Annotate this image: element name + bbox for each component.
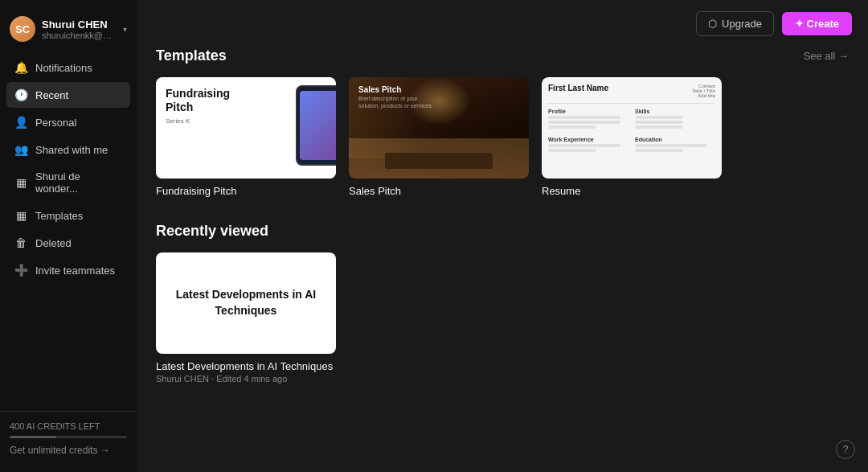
person-icon: 👤 — [14, 116, 27, 129]
template-card-sales[interactable]: Sales Pitch Brief description of your so… — [349, 77, 529, 197]
user-menu[interactable]: SC Shurui CHEN shuruichenkk@gmail.co... … — [0, 10, 137, 55]
template-card-name: Resume — [542, 185, 722, 197]
template-thumb-fundraising: FundraisingPitch Series K — [156, 77, 336, 179]
templates-section-title: Templates — [156, 47, 227, 64]
sidebar-item-label: Shurui de wonder... — [35, 170, 122, 195]
recent-card-thumb-text: Latest Developments in AI Techniques — [156, 274, 336, 331]
fundraising-phone-visual — [296, 85, 336, 166]
ai-credits-section: 400 AI CREDITS LEFT Get unlimited credit… — [0, 411, 137, 462]
recent-cards: Latest Developments in AI Techniques Lat… — [156, 252, 849, 384]
add-person-icon: ➕ — [14, 264, 27, 277]
sidebar-item-label: Shared with me — [35, 144, 108, 156]
upgrade-label: Upgrade — [722, 18, 762, 30]
recently-viewed-header: Recently viewed — [156, 223, 849, 240]
sidebar-item-label: Invite teammates — [35, 265, 115, 277]
upgrade-icon: ⬡ — [708, 18, 717, 30]
recent-card-title: Latest Developments in AI Techniques — [156, 360, 336, 372]
main-content: ⬡ Upgrade ✦ Create Templates See all → F… — [137, 0, 868, 472]
recent-card-ai-techniques[interactable]: Latest Developments in AI Techniques Lat… — [156, 252, 336, 384]
get-unlimited-link[interactable]: Get unlimited credits → — [10, 445, 127, 456]
templates-icon: ▦ — [14, 209, 27, 222]
help-button[interactable]: ? — [836, 440, 855, 459]
templates-see-all[interactable]: See all → — [804, 50, 849, 62]
template-thumb-sales: Sales Pitch Brief description of your so… — [349, 77, 529, 179]
avatar: SC — [10, 16, 35, 42]
sidebar-item-label: Templates — [35, 210, 83, 222]
chevron-down-icon: ▾ — [123, 25, 127, 34]
template-card-fundraising[interactable]: FundraisingPitch Series K Fundraising Pi… — [156, 77, 336, 197]
recent-card-meta: Shurui CHEN · Edited 4 mins ago — [156, 374, 336, 384]
sidebar-item-label: Deleted — [35, 237, 72, 249]
template-card-name: Sales Pitch — [349, 185, 529, 197]
user-name: Shurui CHEN — [42, 18, 117, 31]
sidebar-item-label: Notifications — [35, 62, 92, 74]
template-card-name: Fundraising Pitch — [156, 185, 336, 197]
sidebar-item-recent[interactable]: 🕐 Recent — [6, 82, 130, 108]
people-icon: 👥 — [14, 143, 27, 156]
template-card-resume[interactable]: First Last Name ContactRole / TitleAdd t… — [542, 77, 722, 197]
sales-pitch-overlay-title: Sales Pitch — [358, 85, 401, 94]
help-icon: ? — [843, 444, 849, 455]
templates-grid: FundraisingPitch Series K Fundraising Pi… — [156, 77, 849, 197]
sidebar-nav: 🔔 Notifications 🕐 Recent 👤 Personal 👥 Sh… — [0, 55, 137, 404]
trash-icon: 🗑 — [14, 236, 27, 249]
ai-credits-bar — [10, 436, 127, 438]
recent-card-thumb: Latest Developments in AI Techniques — [156, 252, 336, 354]
recently-viewed-section: Recently viewed Latest Developments in A… — [156, 223, 849, 384]
sidebar-item-workspace[interactable]: ▦ Shurui de wonder... — [6, 164, 130, 201]
sidebar-item-deleted[interactable]: 🗑 Deleted — [6, 230, 130, 256]
sidebar-item-templates[interactable]: ▦ Templates — [6, 203, 130, 228]
sidebar-item-invite-teammates[interactable]: ➕ Invite teammates — [6, 257, 130, 283]
grid-icon: ▦ — [14, 176, 27, 189]
create-button[interactable]: ✦ Create — [782, 12, 852, 35]
sidebar-item-shared-with-me[interactable]: 👥 Shared with me — [6, 137, 130, 162]
sales-pitch-overlay-sub: Brief description of your solution, prod… — [358, 95, 439, 109]
sidebar-item-label: Personal — [35, 117, 76, 129]
clock-icon: 🕐 — [14, 88, 27, 101]
topbar: ⬡ Upgrade ✦ Create — [137, 0, 868, 47]
user-email: shuruichenkk@gmail.co... — [42, 31, 117, 40]
sidebar: SC Shurui CHEN shuruichenkk@gmail.co... … — [0, 0, 137, 472]
content-area: Templates See all → FundraisingPitch Ser… — [137, 47, 868, 472]
sidebar-item-notifications[interactable]: 🔔 Notifications — [6, 55, 130, 80]
sidebar-item-label: Recent — [35, 89, 68, 101]
recently-viewed-title: Recently viewed — [156, 223, 268, 240]
bell-icon: 🔔 — [14, 61, 27, 74]
create-label: ✦ Create — [795, 18, 839, 30]
upgrade-button[interactable]: ⬡ Upgrade — [696, 11, 774, 36]
sidebar-item-personal[interactable]: 👤 Personal — [6, 109, 130, 135]
template-thumb-resume: First Last Name ContactRole / TitleAdd t… — [542, 77, 722, 179]
ai-credits-label: 400 AI CREDITS LEFT — [10, 421, 127, 431]
ai-credits-bar-fill — [10, 436, 56, 438]
templates-section-header: Templates See all → — [156, 47, 849, 64]
